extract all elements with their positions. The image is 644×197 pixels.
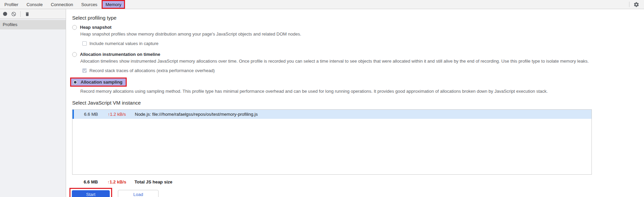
total-heap-size: 6.6 MB [84, 179, 103, 184]
clear-icon[interactable] [11, 12, 16, 17]
include-numerical-values-row: Include numerical values in capture [82, 41, 644, 46]
devtools-window: Profiler Console Connection Sources Memo… [0, 0, 644, 197]
record-stack-traces-row: Record stack traces of allocations (extr… [82, 68, 644, 73]
allocation-sampling-label[interactable]: Allocation sampling [81, 80, 123, 85]
option-heap-snapshot: Heap snapshot [72, 25, 644, 30]
vm-heap-rate: ↑1.2 kB/s [108, 112, 129, 117]
vm-instance-row[interactable]: 6.6 MB ↑1.2 kB/s Node.js: file:///home/r… [72, 110, 591, 119]
include-numerical-values-label[interactable]: Include numerical values in capture [89, 41, 159, 46]
tab-connection[interactable]: Connection [47, 0, 77, 9]
action-buttons: Start Load [72, 188, 644, 197]
total-heap-row: 6.6 MB ↑1.2 kB/s Total JS heap size [72, 179, 644, 184]
heap-snapshot-label[interactable]: Heap snapshot [80, 25, 111, 30]
total-heap-label: Total JS heap size [134, 179, 172, 184]
allocation-timeline-label[interactable]: Allocation instrumentation on timeline [80, 52, 160, 57]
annotation-box-allocation-sampling: Allocation sampling [70, 78, 127, 87]
include-numerical-values-checkbox[interactable] [82, 41, 87, 46]
tab-memory[interactable]: Memory [102, 0, 125, 9]
record-icon[interactable] [3, 12, 7, 16]
toolbar-divider [20, 11, 21, 17]
total-heap-rate: ↑1.2 kB/s [107, 179, 129, 184]
tabbar-divider [629, 2, 629, 7]
option-allocation-timeline: Allocation instrumentation on timeline [72, 52, 644, 57]
vm-instance-name: Node.js: file:///home/rafaelgss/repos/os… [135, 112, 258, 117]
vm-instance-heading: Select JavaScript VM instance [72, 100, 644, 106]
load-button[interactable]: Load [118, 190, 159, 197]
allocation-sampling-description: Record memory allocations using sampling… [80, 89, 644, 94]
start-button[interactable]: Start [72, 190, 110, 197]
profiles-sidebar: Profiles [0, 9, 66, 197]
tab-console[interactable]: Console [23, 0, 46, 9]
record-stack-traces-label[interactable]: Record stack traces of allocations (extr… [89, 68, 215, 73]
sidebar-item-profiles[interactable]: Profiles [0, 20, 66, 29]
memory-panel: Select profiling type Heap snapshot Heap… [66, 9, 644, 197]
allocation-timeline-description: Allocation timelines show instrumented J… [80, 59, 644, 64]
allocation-sampling-radio[interactable] [73, 80, 78, 85]
heap-snapshot-radio[interactable] [72, 25, 77, 30]
tabbar-right-controls [629, 0, 644, 9]
tab-sources[interactable]: Sources [78, 0, 101, 9]
tab-profiler[interactable]: Profiler [1, 0, 22, 9]
panel-tabbar: Profiler Console Connection Sources Memo… [0, 0, 644, 9]
record-stack-traces-checkbox[interactable] [82, 68, 87, 73]
profiles-toolbar [0, 9, 66, 19]
delete-icon[interactable] [25, 12, 30, 17]
gear-icon[interactable] [633, 2, 639, 7]
annotation-box-start: Start [69, 188, 112, 197]
heap-snapshot-description: Heap snapshot profiles show memory distr… [80, 31, 644, 37]
allocation-timeline-radio[interactable] [72, 52, 77, 57]
vm-heap-size: 6.6 MB [84, 112, 103, 117]
vm-instance-list: 6.6 MB ↑1.2 kB/s Node.js: file:///home/r… [72, 109, 592, 175]
profiling-type-heading: Select profiling type [72, 15, 644, 21]
